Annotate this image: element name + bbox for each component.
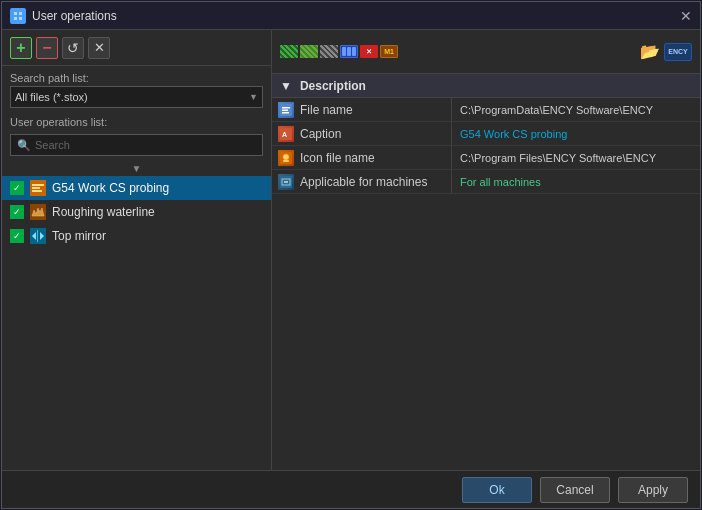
svg-text:A: A — [282, 131, 287, 138]
left-toolbar: + − ↺ ✕ — [2, 30, 271, 66]
description-section-header[interactable]: ▼ Description — [272, 74, 700, 98]
prop-label-cell-caption: A Caption — [272, 122, 452, 145]
chevron-down-icon: ▼ — [132, 163, 142, 174]
file-name-label: File name — [300, 103, 353, 117]
ops-list-label: User operations list: — [2, 114, 271, 130]
svg-rect-6 — [32, 187, 40, 189]
check-icon: ✓ — [10, 229, 24, 243]
main-content: + − ↺ ✕ Search path list: All files (*.s… — [2, 30, 700, 470]
svg-rect-10 — [37, 230, 38, 242]
select-chevron-icon: ▼ — [249, 92, 258, 102]
add-button[interactable]: + — [10, 37, 32, 59]
applicable-machines-label: Applicable for machines — [300, 175, 427, 189]
prop-row-icon-file: Icon file name C:\Program Files\ENCY Sof… — [272, 146, 700, 170]
user-operations-window: User operations ✕ + − ↺ ✕ Search path li… — [1, 1, 701, 509]
refresh-button[interactable]: ↺ — [62, 37, 84, 59]
caption-label: Caption — [300, 127, 341, 141]
apply-button[interactable]: Apply — [618, 477, 688, 503]
toolbar-icon-3[interactable] — [320, 45, 338, 58]
list-item[interactable]: ✓ Top mirror — [2, 224, 271, 248]
operation-icon — [30, 204, 46, 220]
svg-rect-2 — [14, 17, 17, 20]
operation-icon — [30, 180, 46, 196]
svg-rect-21 — [283, 160, 289, 162]
search-path-label: Search path list: — [2, 66, 271, 86]
svg-rect-7 — [32, 190, 42, 192]
search-box[interactable]: 🔍 — [10, 134, 263, 156]
search-icon: 🔍 — [17, 139, 31, 152]
caption-value: G54 Work CS probing — [452, 128, 700, 140]
folder-open-icon[interactable]: 📂 — [640, 42, 660, 61]
svg-rect-3 — [19, 17, 22, 20]
list-item-label: Top mirror — [52, 229, 106, 243]
search-path-select[interactable]: All files (*.stox) ▼ — [10, 86, 263, 108]
left-panel: + − ↺ ✕ Search path list: All files (*.s… — [2, 30, 272, 470]
prop-label-cell-filename: File name — [272, 98, 452, 121]
check-icon: ✓ — [10, 205, 24, 219]
prop-label-cell-machines: Applicable for machines — [272, 170, 452, 193]
machines-icon — [278, 174, 294, 190]
file-name-icon — [278, 102, 294, 118]
right-toolbar: ✕ M1 📂 ENCY — [272, 30, 700, 74]
operation-icon — [30, 228, 46, 244]
ops-list: ✓ G54 Work CS probing ✓ — [2, 176, 271, 470]
list-item[interactable]: ✓ Roughing waterline — [2, 200, 271, 224]
search-input[interactable] — [35, 139, 256, 151]
svg-rect-5 — [32, 184, 44, 186]
list-item[interactable]: ✓ G54 Work CS probing — [2, 176, 271, 200]
ency-logo-icon[interactable]: ENCY — [664, 43, 692, 61]
window-icon — [10, 8, 26, 24]
toolbar-icon-6[interactable]: M1 — [380, 45, 398, 58]
list-item-label: G54 Work CS probing — [52, 181, 169, 195]
prop-row-machines: Applicable for machines For all machines — [272, 170, 700, 194]
check-icon: ✓ — [10, 181, 24, 195]
cancel-button[interactable]: Cancel — [540, 477, 610, 503]
remove-button[interactable]: − — [36, 37, 58, 59]
close-icon[interactable]: ✕ — [680, 8, 692, 24]
svg-point-20 — [283, 154, 289, 160]
prop-row-caption: A Caption G54 Work CS probing — [272, 122, 700, 146]
toolbar-close-button[interactable]: ✕ — [88, 37, 110, 59]
toolbar-icon-4[interactable] — [340, 45, 358, 58]
file-name-value: C:\ProgramData\ENCY Software\ENCY — [452, 104, 700, 116]
icon-file-icon — [278, 150, 294, 166]
list-item-label: Roughing waterline — [52, 205, 155, 219]
description-label: Description — [300, 79, 366, 93]
prop-row-filename: File name C:\ProgramData\ENCY Software\E… — [272, 98, 700, 122]
icon-file-label: Icon file name — [300, 151, 375, 165]
applicable-machines-value: For all machines — [452, 176, 700, 188]
ok-button[interactable]: Ok — [462, 477, 532, 503]
svg-rect-15 — [282, 109, 288, 111]
toolbar-icon-2[interactable] — [300, 45, 318, 58]
icon-file-value: C:\Program Files\ENCY Software\ENCY — [452, 152, 700, 164]
bottom-bar: Ok Cancel Apply — [2, 470, 700, 508]
right-panel: ✕ M1 📂 ENCY ▼ Description — [272, 30, 700, 470]
prop-label-cell-icon-file: Icon file name — [272, 146, 452, 169]
svg-rect-1 — [19, 12, 22, 15]
window-title: User operations — [32, 9, 117, 23]
svg-rect-16 — [282, 112, 289, 114]
title-bar: User operations ✕ — [2, 2, 700, 30]
toolbar-icon-1[interactable] — [280, 45, 298, 58]
collapse-arrow[interactable]: ▼ — [2, 160, 271, 176]
properties-table: ▼ Description F — [272, 74, 700, 470]
svg-rect-0 — [14, 12, 17, 15]
svg-rect-14 — [282, 107, 290, 109]
svg-rect-24 — [284, 181, 288, 183]
toolbar-icon-5[interactable]: ✕ — [360, 45, 378, 58]
caption-icon: A — [278, 126, 294, 142]
collapse-section-icon: ▼ — [280, 79, 292, 93]
